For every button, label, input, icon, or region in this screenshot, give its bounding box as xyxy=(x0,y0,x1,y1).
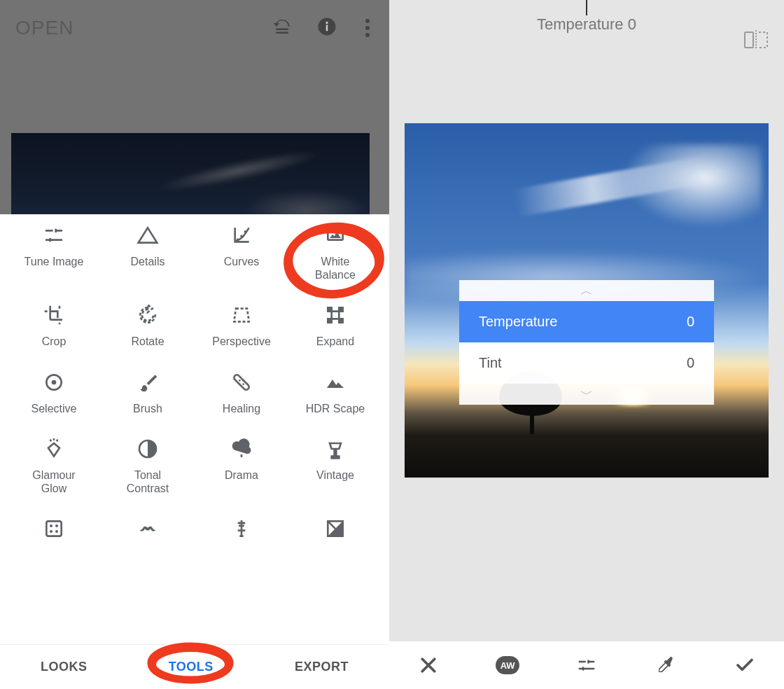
contrast-icon xyxy=(135,436,160,461)
tool-details[interactable]: Details xyxy=(101,223,195,281)
svg-point-11 xyxy=(52,380,57,384)
auto-white-balance-button[interactable]: AW xyxy=(496,653,519,677)
perspective-icon xyxy=(229,302,254,328)
parameter-readout: Temperature 0 xyxy=(537,15,636,34)
svg-rect-0 xyxy=(276,29,288,31)
undo-stack-icon[interactable] xyxy=(272,16,293,40)
left-screen: OPEN Tune Image Details xyxy=(0,0,389,689)
more-menu-icon[interactable] xyxy=(361,16,374,40)
svg-point-14 xyxy=(242,383,244,385)
tool-label: Tonal Contrast xyxy=(127,468,169,495)
tool-label: White Balance xyxy=(315,255,356,281)
svg-point-4 xyxy=(326,22,328,24)
cancel-button[interactable] xyxy=(416,653,440,677)
tool-label: Expand xyxy=(316,335,354,348)
svg-point-7 xyxy=(244,230,246,232)
tool-label: Vintage xyxy=(316,468,354,482)
param-tint[interactable]: Tint 0 xyxy=(459,342,714,384)
param-value: 0 xyxy=(687,314,694,330)
svg-point-24 xyxy=(242,522,244,524)
split-square-icon xyxy=(323,516,348,541)
tool-curves[interactable]: Curves xyxy=(195,223,288,281)
sliders-icon xyxy=(41,223,66,248)
tool-label: Healing xyxy=(223,402,260,415)
parameter-selector[interactable]: ︿ Temperature 0 Tint 0 ﹀ xyxy=(459,280,714,405)
tool-expand[interactable]: Expand xyxy=(288,302,382,348)
tool-hdr-scape[interactable]: HDR Scape xyxy=(288,370,382,415)
right-header: Temperature 0 xyxy=(389,0,784,49)
rotate-icon xyxy=(135,302,160,328)
crop-icon xyxy=(41,302,66,328)
svg-point-5 xyxy=(237,238,239,240)
tool-selective[interactable]: Selective xyxy=(7,370,101,415)
bandage-icon xyxy=(229,370,254,395)
right-toolbar: AW xyxy=(389,641,784,689)
tool-tonal-contrast[interactable]: Tonal Contrast xyxy=(101,436,195,495)
svg-point-22 xyxy=(55,530,58,533)
svg-rect-3 xyxy=(326,25,328,32)
svg-point-6 xyxy=(240,235,242,237)
triangle-icon xyxy=(135,223,160,248)
tool-white-balance[interactable]: B White Balance xyxy=(288,223,382,281)
tool-vintage[interactable]: Vintage xyxy=(288,436,382,495)
tool-label: Glamour Glow xyxy=(32,468,75,495)
diamond-shine-icon xyxy=(41,436,66,461)
param-temperature[interactable]: Temperature 0 xyxy=(459,301,714,342)
chevron-up-icon: ︿ xyxy=(459,280,714,301)
tool-label: Crop xyxy=(42,335,66,348)
info-icon[interactable] xyxy=(316,16,337,40)
svg-point-20 xyxy=(55,524,58,527)
tool-more-4[interactable] xyxy=(288,516,382,548)
curves-icon xyxy=(229,223,254,248)
brush-icon xyxy=(135,370,160,395)
open-button[interactable]: OPEN xyxy=(15,17,74,39)
tool-label: Details xyxy=(131,255,165,268)
tool-label: Selective xyxy=(31,402,77,415)
tool-more-2[interactable] xyxy=(101,516,195,548)
svg-rect-12 xyxy=(233,373,251,391)
white-balance-icon: B xyxy=(323,223,348,248)
tool-glamour-glow[interactable]: Glamour Glow xyxy=(7,436,101,495)
svg-point-21 xyxy=(50,530,52,533)
tool-label: Perspective xyxy=(212,335,271,348)
svg-point-16 xyxy=(239,383,241,385)
tool-label: Curves xyxy=(224,255,260,268)
tool-drama[interactable]: Drama xyxy=(195,436,288,495)
param-label: Temperature xyxy=(479,314,557,330)
dice-icon xyxy=(41,516,66,541)
svg-rect-30 xyxy=(745,32,753,48)
mustache-icon xyxy=(135,516,160,541)
chevron-down-icon: ﹀ xyxy=(459,384,714,405)
tab-looks[interactable]: LOOKS xyxy=(41,660,88,674)
tool-tune-image[interactable]: Tune Image xyxy=(7,223,101,281)
adjust-button[interactable] xyxy=(575,653,598,677)
color-picker-button[interactable] xyxy=(654,653,678,677)
param-label: Tint xyxy=(479,355,502,371)
tool-label: Brush xyxy=(133,402,162,415)
svg-point-13 xyxy=(239,380,241,382)
svg-rect-1 xyxy=(276,32,288,34)
tool-brush[interactable]: Brush xyxy=(101,370,195,415)
left-header: OPEN xyxy=(0,0,389,56)
compare-icon[interactable] xyxy=(743,30,769,50)
tab-export[interactable]: EXPORT xyxy=(295,660,349,674)
target-icon xyxy=(41,370,66,395)
tool-more-3[interactable] xyxy=(195,516,288,548)
expand-icon xyxy=(323,302,348,328)
right-screen: Temperature 0 ︿ Temperature 0 Tint 0 ﹀ xyxy=(389,0,784,689)
guitar-icon xyxy=(229,516,254,541)
mountains-icon xyxy=(323,370,348,395)
apply-button[interactable] xyxy=(733,653,757,677)
tool-label: Rotate xyxy=(131,335,164,348)
tool-label: Drama xyxy=(225,468,258,482)
tool-rotate[interactable]: Rotate xyxy=(101,302,195,348)
tab-tools[interactable]: TOOLS xyxy=(169,660,214,674)
tool-healing[interactable]: Healing xyxy=(195,370,288,415)
svg-point-23 xyxy=(239,522,241,524)
cloud-rain-icon xyxy=(229,436,254,461)
tool-label: Tune Image xyxy=(24,255,84,268)
tool-more-1[interactable] xyxy=(7,516,101,548)
tool-perspective[interactable]: Perspective xyxy=(195,302,288,348)
lamp-icon xyxy=(323,436,348,461)
tool-crop[interactable]: Crop xyxy=(7,302,101,348)
